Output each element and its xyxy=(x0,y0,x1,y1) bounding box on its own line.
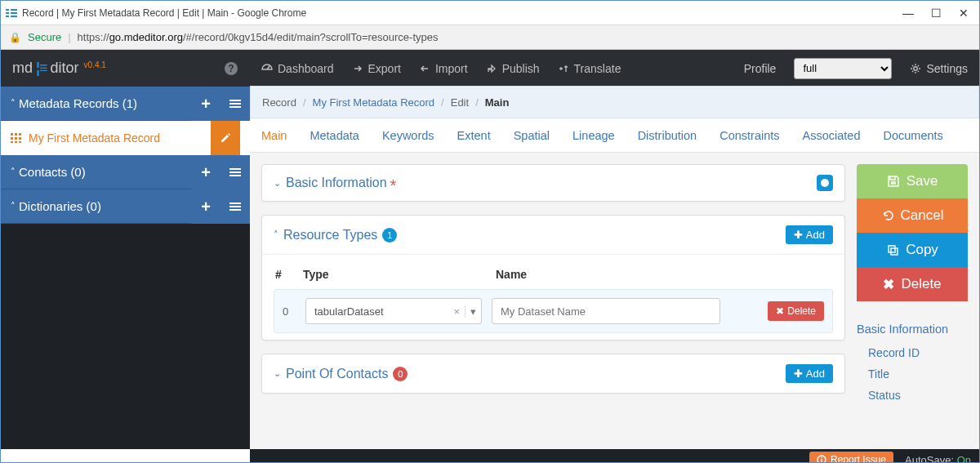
svg-rect-16 xyxy=(19,141,21,143)
svg-text:?: ? xyxy=(228,63,234,74)
resource-type-row: 0 tabularDataset × ▾ ✖Delete xyxy=(274,289,833,333)
svg-rect-21 xyxy=(821,459,822,462)
window-maximize-icon[interactable]: ☐ xyxy=(930,7,942,20)
brand-logo[interactable]: md ¦≡ ditor v0.4.1 xyxy=(12,60,106,77)
chevron-down-icon: ⌄ xyxy=(274,178,281,189)
crumb-main: Main xyxy=(485,96,510,109)
section-nav-status[interactable]: Status xyxy=(857,385,968,406)
sidebar-item-label: My First Metadata Record xyxy=(29,131,211,145)
svg-rect-1 xyxy=(6,12,9,14)
copy-icon xyxy=(886,243,899,256)
copy-button[interactable]: Copy xyxy=(857,233,968,267)
tab-keywords[interactable]: Keywords xyxy=(382,129,434,142)
crumb-record-name[interactable]: My First Metadata Record xyxy=(313,96,435,109)
nav-publish[interactable]: Publish xyxy=(486,62,540,75)
actions-column: Save Cancel Copy ✖Delete Basic Informati… xyxy=(857,153,979,449)
sidebar-section-metadata-records[interactable]: ˄ Metadata Records (1) xyxy=(1,87,191,121)
add-metadata-record-button[interactable]: + xyxy=(191,87,220,121)
panel-resource-types: ˄ Resource Types 1 ✚Add # Type Name xyxy=(261,215,845,341)
list-metadata-records-button[interactable] xyxy=(220,87,250,121)
lock-icon: 🔒 xyxy=(9,32,21,43)
nav-settings[interactable]: Settings xyxy=(910,62,968,75)
nav-translate[interactable]: Translate xyxy=(558,62,621,75)
report-issue-button[interactable]: Report Issue xyxy=(809,452,893,463)
add-contact-button[interactable]: + xyxy=(191,155,220,189)
chevron-up-icon: ˄ xyxy=(11,201,16,211)
chevron-down-icon[interactable]: ▾ xyxy=(465,305,476,318)
edit-record-button[interactable] xyxy=(211,121,240,155)
panel-resource-types-header[interactable]: ˄ Resource Types 1 ✚Add xyxy=(262,216,844,254)
add-dictionary-button[interactable]: + xyxy=(191,189,220,224)
window-minimize-icon[interactable]: — xyxy=(902,7,914,20)
sidebar: md ¦≡ ditor v0.4.1 ? ˄ Metadata Records … xyxy=(1,50,250,449)
url-text[interactable]: https://go.mdeditor.org/#/record/0kgv15d… xyxy=(78,31,439,43)
list-icon xyxy=(229,167,241,178)
dashboard-icon xyxy=(261,63,273,74)
save-button[interactable]: Save xyxy=(857,164,968,198)
panel-basic-information: ⌄ Basic Information * xyxy=(261,164,845,202)
svg-rect-0 xyxy=(6,9,9,11)
times-icon: ✖ xyxy=(776,305,784,317)
chevron-down-icon: ⌄ xyxy=(274,368,281,379)
section-nav-record-id[interactable]: Record ID xyxy=(857,342,968,363)
section-marker-icon[interactable] xyxy=(817,175,833,191)
svg-rect-18 xyxy=(889,246,895,252)
profile-label: Profile xyxy=(744,62,777,75)
grid-icon xyxy=(11,133,22,143)
info-icon xyxy=(817,455,826,463)
tab-distribution[interactable]: Distribution xyxy=(638,129,697,142)
chevron-up-icon: ˄ xyxy=(11,167,16,177)
svg-rect-9 xyxy=(15,133,17,136)
content-scroll[interactable]: ⌄ Basic Information * ˄ Resource Types 1… xyxy=(250,153,857,449)
resource-type-select[interactable]: tabularDataset × ▾ xyxy=(305,298,482,324)
tab-documents[interactable]: Documents xyxy=(883,129,942,142)
delete-button[interactable]: ✖Delete xyxy=(857,267,968,301)
app-favicon-icon xyxy=(6,7,17,19)
nav-export[interactable]: Export xyxy=(352,62,401,75)
chevron-up-icon: ˄ xyxy=(274,229,278,240)
section-nav-basic-information[interactable]: Basic Information xyxy=(857,323,968,336)
top-nav: Dashboard Export Import Publish Translat… xyxy=(250,50,979,87)
sidebar-section-contacts[interactable]: ˄ Contacts (0) xyxy=(1,155,191,189)
list-icon xyxy=(229,201,241,212)
export-icon xyxy=(352,63,363,74)
save-icon xyxy=(887,175,900,188)
nav-dashboard[interactable]: Dashboard xyxy=(261,62,334,75)
tab-lineage[interactable]: Lineage xyxy=(572,129,615,142)
svg-rect-5 xyxy=(11,16,17,17)
window-close-icon[interactable]: ✕ xyxy=(958,7,969,20)
nav-import[interactable]: Import xyxy=(419,62,468,75)
gear-icon xyxy=(910,63,921,74)
resource-name-input[interactable] xyxy=(492,298,720,324)
tab-metadata[interactable]: Metadata xyxy=(310,129,359,142)
panel-basic-information-header[interactable]: ⌄ Basic Information * xyxy=(262,165,844,201)
clear-select-icon[interactable]: × xyxy=(448,305,465,318)
plus-icon: ✚ xyxy=(794,229,803,241)
tab-extent[interactable]: Extent xyxy=(457,129,491,142)
tabs: Main Metadata Keywords Extent Spatial Li… xyxy=(250,118,979,153)
window-titlebar: Record | My First Metadata Record | Edit… xyxy=(1,1,979,25)
autosave-status: AutoSave: On xyxy=(905,454,971,464)
list-contacts-button[interactable] xyxy=(220,155,250,189)
crumb-edit: Edit xyxy=(451,96,469,109)
sidebar-item-record[interactable]: My First Metadata Record xyxy=(1,121,250,155)
panel-point-of-contacts: ⌄ Point Of Contacts 0 ✚Add xyxy=(261,354,845,394)
help-icon[interactable]: ? xyxy=(224,61,238,76)
crumb-record: Record xyxy=(262,96,296,109)
contacts-count-badge: 0 xyxy=(393,367,408,381)
footer-bar: Report Issue AutoSave: On xyxy=(250,449,979,463)
tab-spatial[interactable]: Spatial xyxy=(514,129,550,142)
sidebar-section-dictionaries[interactable]: ˄ Dictionaries (0) xyxy=(1,189,191,224)
tab-main[interactable]: Main xyxy=(261,129,287,142)
add-contact-panel-button[interactable]: ✚Add xyxy=(786,364,833,383)
panel-point-of-contacts-header[interactable]: ⌄ Point Of Contacts 0 ✚Add xyxy=(262,354,844,393)
add-resource-type-button[interactable]: ✚Add xyxy=(786,225,833,244)
plus-icon: ✚ xyxy=(794,367,803,380)
list-dictionaries-button[interactable] xyxy=(220,189,250,224)
tab-constraints[interactable]: Constraints xyxy=(719,129,779,142)
cancel-button[interactable]: Cancel xyxy=(857,198,968,233)
tab-associated[interactable]: Associated xyxy=(803,129,861,142)
profile-select[interactable]: full xyxy=(794,58,892,79)
delete-resource-type-button[interactable]: ✖Delete xyxy=(768,301,824,321)
section-nav-title[interactable]: Title xyxy=(857,363,968,385)
